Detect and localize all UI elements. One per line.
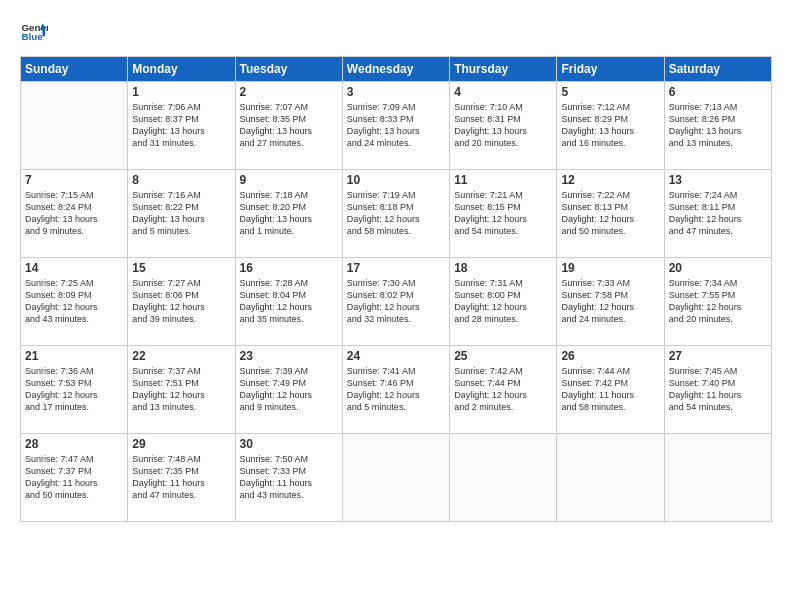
day-info: Sunrise: 7:41 AM Sunset: 7:46 PM Dayligh… [347,365,445,414]
day-info: Sunrise: 7:15 AM Sunset: 8:24 PM Dayligh… [25,189,123,238]
calendar-cell [342,434,449,522]
logo-icon: General Blue [20,18,48,46]
day-number: 9 [240,173,338,187]
col-header-saturday: Saturday [664,57,771,82]
day-number: 8 [132,173,230,187]
calendar-cell: 8Sunrise: 7:16 AM Sunset: 8:22 PM Daylig… [128,170,235,258]
day-number: 2 [240,85,338,99]
day-info: Sunrise: 7:19 AM Sunset: 8:18 PM Dayligh… [347,189,445,238]
col-header-tuesday: Tuesday [235,57,342,82]
day-info: Sunrise: 7:25 AM Sunset: 8:09 PM Dayligh… [25,277,123,326]
calendar-cell: 21Sunrise: 7:36 AM Sunset: 7:53 PM Dayli… [21,346,128,434]
day-number: 27 [669,349,767,363]
calendar-cell: 12Sunrise: 7:22 AM Sunset: 8:13 PM Dayli… [557,170,664,258]
col-header-friday: Friday [557,57,664,82]
day-info: Sunrise: 7:16 AM Sunset: 8:22 PM Dayligh… [132,189,230,238]
calendar-cell: 23Sunrise: 7:39 AM Sunset: 7:49 PM Dayli… [235,346,342,434]
day-number: 17 [347,261,445,275]
day-info: Sunrise: 7:09 AM Sunset: 8:33 PM Dayligh… [347,101,445,150]
day-info: Sunrise: 7:37 AM Sunset: 7:51 PM Dayligh… [132,365,230,414]
logo: General Blue [20,18,48,46]
day-info: Sunrise: 7:13 AM Sunset: 8:26 PM Dayligh… [669,101,767,150]
day-number: 6 [669,85,767,99]
day-number: 5 [561,85,659,99]
day-number: 19 [561,261,659,275]
col-header-sunday: Sunday [21,57,128,82]
day-number: 30 [240,437,338,451]
day-number: 23 [240,349,338,363]
day-info: Sunrise: 7:45 AM Sunset: 7:40 PM Dayligh… [669,365,767,414]
day-info: Sunrise: 7:50 AM Sunset: 7:33 PM Dayligh… [240,453,338,502]
day-number: 26 [561,349,659,363]
day-info: Sunrise: 7:24 AM Sunset: 8:11 PM Dayligh… [669,189,767,238]
day-number: 7 [25,173,123,187]
day-number: 20 [669,261,767,275]
day-number: 28 [25,437,123,451]
col-header-monday: Monday [128,57,235,82]
calendar-cell [557,434,664,522]
day-number: 14 [25,261,123,275]
day-info: Sunrise: 7:47 AM Sunset: 7:37 PM Dayligh… [25,453,123,502]
calendar-cell: 28Sunrise: 7:47 AM Sunset: 7:37 PM Dayli… [21,434,128,522]
day-info: Sunrise: 7:21 AM Sunset: 8:15 PM Dayligh… [454,189,552,238]
page-header: General Blue [20,18,772,46]
day-info: Sunrise: 7:06 AM Sunset: 8:37 PM Dayligh… [132,101,230,150]
calendar-cell [21,82,128,170]
day-info: Sunrise: 7:07 AM Sunset: 8:35 PM Dayligh… [240,101,338,150]
calendar-cell: 2Sunrise: 7:07 AM Sunset: 8:35 PM Daylig… [235,82,342,170]
day-number: 10 [347,173,445,187]
calendar-cell: 15Sunrise: 7:27 AM Sunset: 8:06 PM Dayli… [128,258,235,346]
calendar-cell: 24Sunrise: 7:41 AM Sunset: 7:46 PM Dayli… [342,346,449,434]
day-info: Sunrise: 7:28 AM Sunset: 8:04 PM Dayligh… [240,277,338,326]
calendar-cell: 11Sunrise: 7:21 AM Sunset: 8:15 PM Dayli… [450,170,557,258]
day-info: Sunrise: 7:18 AM Sunset: 8:20 PM Dayligh… [240,189,338,238]
calendar-cell: 17Sunrise: 7:30 AM Sunset: 8:02 PM Dayli… [342,258,449,346]
calendar-cell: 14Sunrise: 7:25 AM Sunset: 8:09 PM Dayli… [21,258,128,346]
calendar-cell: 3Sunrise: 7:09 AM Sunset: 8:33 PM Daylig… [342,82,449,170]
svg-text:Blue: Blue [21,31,43,42]
calendar-cell: 30Sunrise: 7:50 AM Sunset: 7:33 PM Dayli… [235,434,342,522]
day-number: 13 [669,173,767,187]
calendar-cell: 5Sunrise: 7:12 AM Sunset: 8:29 PM Daylig… [557,82,664,170]
day-info: Sunrise: 7:48 AM Sunset: 7:35 PM Dayligh… [132,453,230,502]
calendar-week-0: 1Sunrise: 7:06 AM Sunset: 8:37 PM Daylig… [21,82,772,170]
day-info: Sunrise: 7:39 AM Sunset: 7:49 PM Dayligh… [240,365,338,414]
calendar-table: SundayMondayTuesdayWednesdayThursdayFrid… [20,56,772,522]
day-number: 22 [132,349,230,363]
calendar-cell: 29Sunrise: 7:48 AM Sunset: 7:35 PM Dayli… [128,434,235,522]
day-number: 4 [454,85,552,99]
calendar-cell: 26Sunrise: 7:44 AM Sunset: 7:42 PM Dayli… [557,346,664,434]
day-info: Sunrise: 7:31 AM Sunset: 8:00 PM Dayligh… [454,277,552,326]
calendar-cell: 9Sunrise: 7:18 AM Sunset: 8:20 PM Daylig… [235,170,342,258]
calendar-cell: 1Sunrise: 7:06 AM Sunset: 8:37 PM Daylig… [128,82,235,170]
calendar-week-2: 14Sunrise: 7:25 AM Sunset: 8:09 PM Dayli… [21,258,772,346]
calendar-week-3: 21Sunrise: 7:36 AM Sunset: 7:53 PM Dayli… [21,346,772,434]
calendar-cell [450,434,557,522]
calendar-cell: 7Sunrise: 7:15 AM Sunset: 8:24 PM Daylig… [21,170,128,258]
calendar-cell: 20Sunrise: 7:34 AM Sunset: 7:55 PM Dayli… [664,258,771,346]
calendar-cell: 27Sunrise: 7:45 AM Sunset: 7:40 PM Dayli… [664,346,771,434]
col-header-thursday: Thursday [450,57,557,82]
day-info: Sunrise: 7:33 AM Sunset: 7:58 PM Dayligh… [561,277,659,326]
calendar-cell: 16Sunrise: 7:28 AM Sunset: 8:04 PM Dayli… [235,258,342,346]
calendar-cell: 25Sunrise: 7:42 AM Sunset: 7:44 PM Dayli… [450,346,557,434]
calendar-cell: 18Sunrise: 7:31 AM Sunset: 8:00 PM Dayli… [450,258,557,346]
day-info: Sunrise: 7:27 AM Sunset: 8:06 PM Dayligh… [132,277,230,326]
day-number: 1 [132,85,230,99]
day-number: 3 [347,85,445,99]
col-header-wednesday: Wednesday [342,57,449,82]
day-number: 11 [454,173,552,187]
calendar-cell [664,434,771,522]
day-info: Sunrise: 7:34 AM Sunset: 7:55 PM Dayligh… [669,277,767,326]
calendar-cell: 19Sunrise: 7:33 AM Sunset: 7:58 PM Dayli… [557,258,664,346]
day-info: Sunrise: 7:22 AM Sunset: 8:13 PM Dayligh… [561,189,659,238]
calendar-week-1: 7Sunrise: 7:15 AM Sunset: 8:24 PM Daylig… [21,170,772,258]
calendar-cell: 22Sunrise: 7:37 AM Sunset: 7:51 PM Dayli… [128,346,235,434]
day-number: 24 [347,349,445,363]
day-info: Sunrise: 7:12 AM Sunset: 8:29 PM Dayligh… [561,101,659,150]
day-number: 12 [561,173,659,187]
day-number: 18 [454,261,552,275]
day-number: 29 [132,437,230,451]
calendar-cell: 4Sunrise: 7:10 AM Sunset: 8:31 PM Daylig… [450,82,557,170]
calendar-cell: 10Sunrise: 7:19 AM Sunset: 8:18 PM Dayli… [342,170,449,258]
